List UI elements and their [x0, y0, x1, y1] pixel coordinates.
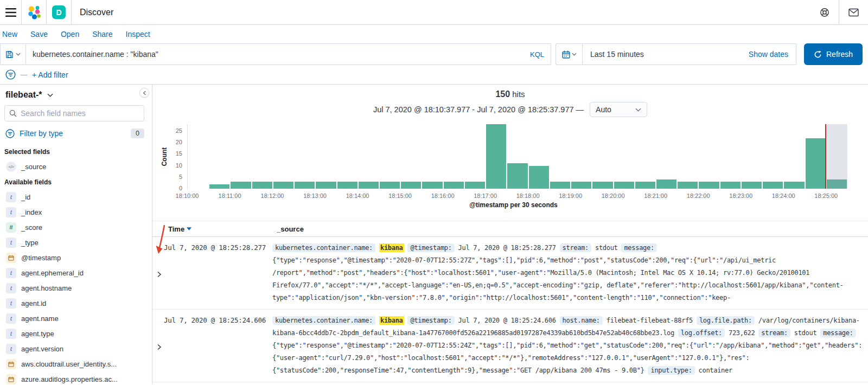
- field-badge: host.name:: [560, 316, 603, 325]
- source-text: {"user-agent":"curl/7.29.0","host":"loca…: [272, 354, 749, 362]
- available-fields-list: t_idt_index#_scoret_type@timestamptagent…: [4, 189, 144, 385]
- menu-item-save[interactable]: Save: [24, 30, 54, 39]
- menu-item-inspect[interactable]: Inspect: [119, 30, 157, 39]
- histogram-bar[interactable]: [316, 182, 336, 189]
- field-badge: message:: [820, 329, 856, 337]
- field-name: _source: [21, 163, 46, 171]
- field-item-agent.hostname[interactable]: tagent.hostname: [4, 280, 144, 296]
- histogram-bar[interactable]: [699, 182, 719, 189]
- field-item-agent.name[interactable]: tagent.name: [4, 311, 144, 326]
- date-field-icon: [6, 374, 16, 384]
- histogram-bar[interactable]: [806, 138, 826, 189]
- field-badge: stream:: [758, 329, 790, 337]
- fields-sidebar: filebeat-* Filter by type 0 Selected fie…: [0, 85, 152, 384]
- space-selector[interactable]: D: [47, 0, 72, 24]
- index-pattern-selector[interactable]: filebeat-*: [4, 88, 144, 105]
- histogram-bar[interactable]: [550, 182, 570, 189]
- histogram-bar[interactable]: [273, 182, 293, 189]
- add-filter-button[interactable]: + Add filter: [32, 70, 68, 79]
- source-line: {"type":"response","@timestamp":"2020-07…: [272, 254, 866, 267]
- source-line: kubernetes.container.name: kibana @times…: [272, 242, 866, 254]
- expand-document-button[interactable]: [152, 242, 164, 304]
- expand-document-button[interactable]: [152, 315, 164, 377]
- menu-item-new[interactable]: New: [1, 30, 24, 39]
- field-item-aws.cloudtrail.user_identity.s...[interactable]: aws.cloudtrail.user_identity.s...: [4, 356, 144, 371]
- interval-select[interactable]: Auto: [590, 102, 647, 117]
- x-tick-label: 18:13:00: [303, 193, 327, 199]
- doc-timestamp: Jul 7, 2020 @ 18:25:28.277: [164, 242, 272, 304]
- histogram-bar[interactable]: [742, 182, 762, 189]
- x-tick-label: 18:10:00: [176, 193, 199, 199]
- histogram-bar[interactable]: [337, 182, 358, 189]
- hits-count: 150: [495, 89, 510, 99]
- field-item-_index[interactable]: t_index: [4, 204, 144, 220]
- field-item-agent.type[interactable]: tagent.type: [4, 326, 144, 341]
- field-item-_score[interactable]: #_score: [4, 220, 144, 235]
- string-field-icon: t: [6, 268, 16, 278]
- histogram-bar[interactable]: [401, 182, 421, 189]
- mail-icon: [848, 8, 859, 17]
- filter-icon[interactable]: [5, 69, 16, 80]
- field-item-agent.ephemeral_id[interactable]: tagent.ephemeral_id: [4, 265, 144, 280]
- time-column-header[interactable]: Time: [168, 225, 277, 233]
- x-axis-ticks: 18:10:0018:11:0018:12:0018:13:0018:14:00…: [187, 189, 847, 201]
- histogram-bar[interactable]: [571, 182, 591, 189]
- newsfeed-button[interactable]: [839, 0, 868, 24]
- histogram-bar[interactable]: [507, 163, 527, 189]
- histogram-bar[interactable]: [295, 182, 315, 189]
- chevron-down-icon: [572, 53, 577, 56]
- string-field-icon: t: [6, 344, 16, 354]
- filter-icon: [5, 129, 15, 138]
- x-tick-label: 18:22:00: [687, 193, 710, 199]
- x-tick-label: 18:18:00: [516, 193, 540, 199]
- field-name: agent.ephemeral_id: [21, 269, 84, 277]
- histogram-bar[interactable]: [252, 182, 272, 189]
- field-item-agent.version[interactable]: tagent.version: [4, 341, 144, 356]
- x-tick-label: 18:15:00: [388, 193, 412, 199]
- histogram-bar[interactable]: [678, 182, 698, 189]
- histogram-bar[interactable]: [209, 184, 229, 189]
- histogram-bar[interactable]: [720, 182, 741, 189]
- hamburger-menu-button[interactable]: [0, 0, 22, 24]
- histogram-bar[interactable]: [635, 182, 655, 189]
- search-field-names-input[interactable]: [21, 109, 139, 118]
- x-axis-label: @timestamp per 30 seconds: [180, 201, 847, 209]
- collapse-sidebar-button[interactable]: [139, 88, 149, 98]
- histogram-bar[interactable]: [592, 182, 612, 189]
- field-item-_id[interactable]: t_id: [4, 189, 144, 204]
- histogram-bar[interactable]: [380, 182, 400, 189]
- histogram-bar[interactable]: [359, 182, 379, 189]
- query-input[interactable]: kubernetes.container.name : "kibana" KQL: [26, 43, 551, 65]
- refresh-button[interactable]: Refresh: [804, 43, 863, 65]
- table-header: Time _source: [152, 221, 868, 237]
- field-item-@timestamp[interactable]: @timestamp: [4, 250, 144, 265]
- field-item-agent.id[interactable]: tagent.id: [4, 296, 144, 311]
- histogram-bar[interactable]: [486, 124, 506, 189]
- field-name: _score: [21, 223, 42, 232]
- menu-item-share[interactable]: Share: [86, 30, 119, 39]
- date-quick-select-button[interactable]: [556, 44, 583, 65]
- query-language-button[interactable]: KQL: [525, 50, 544, 59]
- filter-by-type-button[interactable]: Filter by type: [20, 129, 63, 138]
- histogram-plot-area[interactable]: [187, 124, 847, 189]
- histogram-bar[interactable]: [763, 182, 783, 189]
- histogram-bar[interactable]: [529, 166, 549, 189]
- source-text: stdout: [790, 329, 820, 337]
- histogram-bar[interactable]: [231, 182, 251, 189]
- histogram-bar[interactable]: [614, 182, 634, 189]
- show-dates-button[interactable]: Show dates: [749, 50, 796, 59]
- elastic-logo[interactable]: [22, 0, 47, 24]
- histogram-bar[interactable]: [444, 182, 464, 189]
- field-item-azure.auditlogs.properties.ac...[interactable]: azure.auditlogs.properties.ac...: [4, 371, 144, 385]
- histogram-bar[interactable]: [422, 182, 442, 189]
- time-range-button[interactable]: Last 15 minutes: [583, 50, 644, 59]
- field-item-_type[interactable]: t_type: [4, 235, 144, 250]
- menu-item-open[interactable]: Open: [54, 30, 86, 39]
- histogram-bar[interactable]: [656, 179, 676, 189]
- field-item-_source[interactable]: </>_source: [4, 159, 144, 174]
- help-button[interactable]: [810, 0, 839, 24]
- source-text: /var/log/containers/kibana-: [755, 317, 860, 324]
- histogram-bar[interactable]: [465, 182, 485, 189]
- saved-query-menu-button[interactable]: [0, 43, 26, 65]
- histogram-bar[interactable]: [784, 182, 804, 189]
